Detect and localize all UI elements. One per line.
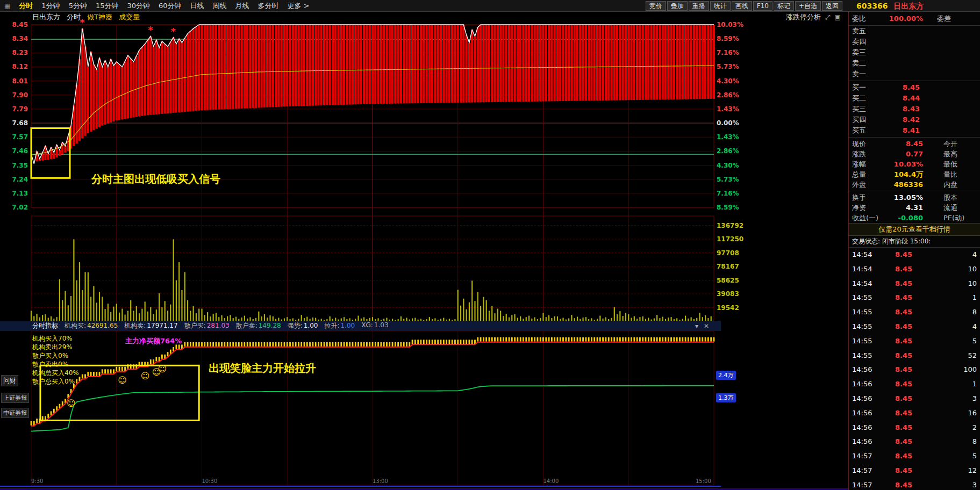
quote-info-row: 收益(一) -0.080 PE(动) xyxy=(849,213,980,223)
buy-queue-row: 买五 8.41 xyxy=(849,125,980,136)
toolbar-button[interactable]: 叠加 xyxy=(667,1,688,11)
chart-title-items: 日出东方分时做T神器成交量 xyxy=(32,12,146,22)
toolbar-button[interactable]: +自选 xyxy=(795,1,821,11)
divider xyxy=(849,81,980,81)
indicator-field: 散户卖:149.28 xyxy=(236,321,281,330)
quote-info-bottom: 换手 13.05% 股本 净资 4.31 流通 收益(一) -0.080 PE(… xyxy=(849,192,980,223)
quote-info-row: 涨跌 0.77 最高 xyxy=(849,149,980,159)
stock-code: 603366 xyxy=(856,2,888,10)
time-axis-label: 14:00 xyxy=(543,477,559,486)
svg-text:☺: ☺ xyxy=(118,375,127,385)
period-menu-item[interactable]: 60分钟 xyxy=(154,1,186,11)
percent-axis-label: 8.59% xyxy=(717,34,739,43)
expand-icon[interactable]: ⤢ xyxy=(825,13,831,21)
price-axis-label: 7.68 xyxy=(1,119,28,127)
indicator-stat-label: 散户卖出0% xyxy=(32,360,68,369)
percent-axis-label: 7.16% xyxy=(717,48,739,57)
sell-queue-row: 卖五 xyxy=(849,26,980,37)
price-axis-label: 7.13 xyxy=(1,189,28,198)
sell-queue-row: 卖四 xyxy=(849,37,980,47)
quote-info-row: 总量 104.4万 量比 xyxy=(849,169,980,179)
toolbar-button[interactable]: 统计 xyxy=(710,1,731,11)
tick-list[interactable]: 14:54 8.45 4 14:54 8.45 10 14:54 8.45 10… xyxy=(849,248,980,490)
percent-axis-label: 4.30% xyxy=(717,161,739,170)
volume-axis-label: 19542 xyxy=(717,304,739,312)
period-menu-item[interactable]: 多分时 xyxy=(254,1,283,11)
tick-row: 14:56 8.45 100 xyxy=(849,363,980,377)
chart-header-item: 分时 xyxy=(67,12,81,22)
buy-queue: 买一 8.45 买二 8.44 买三 8.43 买四 8.42 xyxy=(849,82,980,136)
weibi-label: 委比 xyxy=(852,12,874,26)
toolbar-button[interactable]: 标记 xyxy=(774,1,794,11)
tick-row: 14:56 8.45 16 xyxy=(849,406,980,421)
percent-axis-label: 4.30% xyxy=(717,77,739,85)
collapse-icon[interactable]: ▾ xyxy=(695,322,698,330)
tick-row: 14:55 8.45 52 xyxy=(849,349,980,363)
sidebar-tab-shanghai-news[interactable]: 上证券报 xyxy=(1,393,29,403)
volume-axis-label: 78167 xyxy=(717,262,739,271)
period-menu-item[interactable]: 1分钟 xyxy=(37,1,64,11)
weibi-row: 委比 100.00% 委差 xyxy=(849,12,980,26)
tick-row: 14:57 8.45 5 xyxy=(849,449,980,464)
limit-analysis-tab[interactable]: 涨跌停分析 xyxy=(786,12,821,22)
indicator-fields: 机构买:42691.65机构卖:17971.17散户买:281.03散户卖:14… xyxy=(65,321,395,330)
buy-queue-row: 买四 8.42 xyxy=(849,114,980,125)
stock-ticker: 603366 日出东方 xyxy=(856,2,924,11)
indicator-value-tag: 2.4万 xyxy=(716,371,736,380)
panel-icon[interactable]: ▣ xyxy=(835,13,841,21)
buy-queue-row: 买一 8.45 xyxy=(849,82,980,93)
toolbar-button[interactable]: 重播 xyxy=(689,1,709,11)
volume-axis-label: 39083 xyxy=(717,290,739,298)
toolbar-button[interactable]: 画线 xyxy=(732,1,752,11)
tick-row: 14:54 8.45 10 xyxy=(849,277,980,291)
toolbar-button[interactable]: 竞价 xyxy=(646,1,666,11)
price-axis-label: 8.01 xyxy=(1,77,28,85)
tick-row: 14:54 8.45 4 xyxy=(849,248,980,262)
period-menu-item[interactable]: 周线 xyxy=(209,1,231,11)
period-menu-item[interactable]: 日线 xyxy=(186,1,209,11)
toolbar-button[interactable]: F10 xyxy=(753,1,772,11)
price-axis-label: 7.90 xyxy=(1,91,28,99)
sidebar-tab-china-news[interactable]: 中证券报 xyxy=(1,408,29,418)
indicator-value-tag: 1.3万 xyxy=(716,393,736,402)
quote-info-row: 现价 8.45 今开 xyxy=(849,139,980,149)
svg-text:☺: ☺ xyxy=(67,398,76,408)
indicator-field: 拉升:1.00 xyxy=(324,321,355,330)
indicator-stat-label: 散户买入0% xyxy=(32,351,68,360)
svg-text:*: * xyxy=(148,24,153,35)
price-axis-label: 8.12 xyxy=(1,62,28,71)
sidebar-tab-wencai[interactable]: 问财 xyxy=(1,375,18,386)
price-axis-label: 7.57 xyxy=(1,133,28,141)
app-icon[interactable]: ▦ xyxy=(0,2,15,10)
tick-row: 14:57 8.45 12 xyxy=(849,464,980,478)
indicator-field: 机构买:42691.65 xyxy=(65,321,118,330)
indicator-stat-label: 散户总买入0% xyxy=(32,377,75,386)
chart-area: ***☺☺☺☺☺ 日出东方分时做T神器成交量 涨跌停分析 ⤢ ▣ 分时指标 机构… xyxy=(0,12,848,490)
indicator-field: 机构卖:17971.17 xyxy=(124,321,177,330)
toolbar-button[interactable]: 返回 xyxy=(822,1,842,11)
percent-axis-label: 1.43% xyxy=(717,133,739,141)
sell-queue-row: 卖二 xyxy=(849,58,980,69)
period-menu-item[interactable]: 分时 xyxy=(15,1,37,11)
promo-banner[interactable]: 仅需20元查看千档行情 xyxy=(849,223,980,236)
net-buy-annotation: 主力净买额764% xyxy=(125,336,182,346)
period-menu-item[interactable]: 15分钟 xyxy=(91,1,123,11)
sell-queue: 卖五 卖四 卖三 卖二 卖一 xyxy=(849,26,980,80)
period-menu-item[interactable]: 月线 xyxy=(231,1,254,11)
period-menu-item[interactable]: 更多 > xyxy=(283,1,314,11)
quote-info-row: 净资 4.31 流通 xyxy=(849,203,980,213)
tick-row: 14:56 8.45 2 xyxy=(849,421,980,435)
chart-header-item: 做T神器 xyxy=(87,12,112,22)
price-axis-label: 7.46 xyxy=(1,147,28,155)
percent-axis-label: 1.43% xyxy=(717,105,739,113)
sell-queue-row: 卖三 xyxy=(849,47,980,58)
tick-row: 14:57 8.45 3 xyxy=(849,478,980,490)
buy-queue-row: 买二 8.44 xyxy=(849,93,980,104)
period-menu-item[interactable]: 5分钟 xyxy=(65,1,91,11)
chart-header-item: 成交量 xyxy=(119,12,140,22)
indicator-field: XG:1.03 xyxy=(361,321,388,330)
svg-text:*: * xyxy=(171,26,176,37)
period-menu-item[interactable]: 30分钟 xyxy=(123,1,154,11)
indicator-stat-label: 机构买入70% xyxy=(32,334,73,343)
close-icon[interactable]: ✕ xyxy=(704,322,709,330)
